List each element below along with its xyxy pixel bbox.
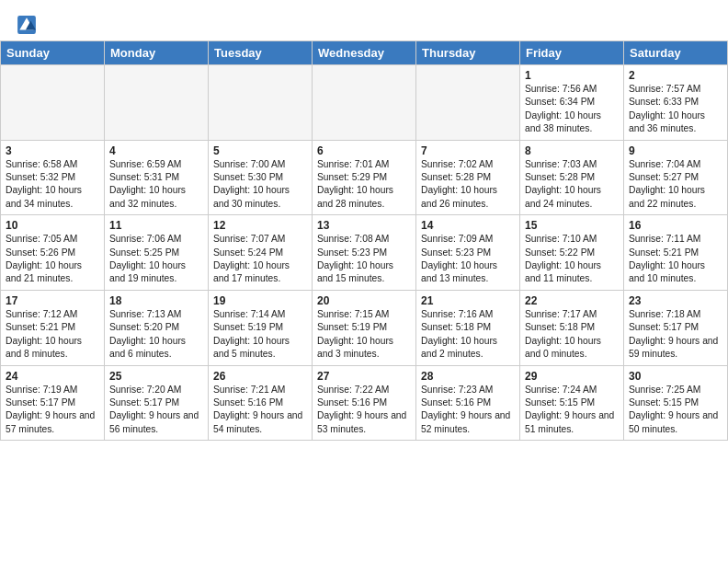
calendar-cell: 21Sunrise: 7:16 AM Sunset: 5:18 PM Dayli… (416, 290, 520, 365)
calendar-cell (416, 65, 520, 141)
weekday-header: Thursday (416, 41, 520, 65)
day-info: Sunrise: 7:15 AM Sunset: 5:19 PM Dayligh… (317, 308, 411, 362)
day-info: Sunrise: 7:16 AM Sunset: 5:18 PM Dayligh… (421, 308, 515, 362)
day-info: Sunrise: 7:57 AM Sunset: 6:33 PM Dayligh… (629, 83, 722, 136)
calendar-cell: 4Sunrise: 6:59 AM Sunset: 5:31 PM Daylig… (105, 140, 209, 215)
day-number: 10 (6, 219, 99, 232)
day-info: Sunrise: 7:10 AM Sunset: 5:22 PM Dayligh… (525, 233, 619, 286)
calendar-cell: 29Sunrise: 7:24 AM Sunset: 5:15 PM Dayli… (520, 365, 624, 441)
calendar-cell: 1Sunrise: 7:56 AM Sunset: 6:34 PM Daylig… (520, 65, 624, 141)
calendar-cell: 27Sunrise: 7:22 AM Sunset: 5:16 PM Dayli… (313, 365, 416, 441)
calendar-cell: 16Sunrise: 7:11 AM Sunset: 5:21 PM Dayli… (624, 215, 728, 291)
day-number: 13 (317, 219, 411, 232)
day-number: 16 (629, 219, 722, 232)
day-number: 22 (525, 294, 619, 307)
logo (17, 13, 40, 35)
day-info: Sunrise: 7:13 AM Sunset: 5:20 PM Dayligh… (109, 308, 203, 362)
day-info: Sunrise: 7:17 AM Sunset: 5:18 PM Dayligh… (525, 308, 619, 362)
calendar-cell: 24Sunrise: 7:19 AM Sunset: 5:17 PM Dayli… (1, 365, 105, 441)
day-number: 14 (421, 219, 515, 232)
day-number: 12 (213, 219, 307, 232)
day-number: 19 (213, 294, 307, 307)
calendar-cell: 28Sunrise: 7:23 AM Sunset: 5:16 PM Dayli… (416, 365, 520, 441)
week-row: 1Sunrise: 7:56 AM Sunset: 6:34 PM Daylig… (1, 65, 728, 141)
calendar-cell: 30Sunrise: 7:25 AM Sunset: 5:15 PM Dayli… (624, 365, 728, 441)
day-info: Sunrise: 7:56 AM Sunset: 6:34 PM Dayligh… (525, 83, 619, 136)
calendar-cell: 10Sunrise: 7:05 AM Sunset: 5:26 PM Dayli… (1, 215, 105, 291)
week-row: 10Sunrise: 7:05 AM Sunset: 5:26 PM Dayli… (1, 215, 728, 291)
calendar-cell: 9Sunrise: 7:04 AM Sunset: 5:27 PM Daylig… (624, 140, 728, 215)
calendar-cell (1, 65, 105, 141)
day-info: Sunrise: 7:00 AM Sunset: 5:30 PM Dayligh… (213, 158, 307, 212)
day-number: 29 (525, 370, 619, 383)
day-number: 24 (6, 370, 99, 383)
weekday-header: Saturday (624, 41, 728, 65)
week-row: 24Sunrise: 7:19 AM Sunset: 5:17 PM Dayli… (1, 365, 728, 441)
day-number: 20 (317, 294, 411, 307)
day-info: Sunrise: 7:11 AM Sunset: 5:21 PM Dayligh… (629, 233, 722, 286)
day-number: 8 (525, 144, 619, 157)
day-info: Sunrise: 7:09 AM Sunset: 5:23 PM Dayligh… (421, 233, 515, 286)
weekday-header: Tuesday (209, 41, 313, 65)
day-info: Sunrise: 7:18 AM Sunset: 5:17 PM Dayligh… (629, 308, 722, 362)
calendar-cell: 12Sunrise: 7:07 AM Sunset: 5:24 PM Dayli… (209, 215, 313, 291)
day-number: 23 (629, 294, 722, 307)
calendar-cell: 18Sunrise: 7:13 AM Sunset: 5:20 PM Dayli… (105, 290, 209, 365)
calendar-cell: 19Sunrise: 7:14 AM Sunset: 5:19 PM Dayli… (209, 290, 313, 365)
day-number: 7 (421, 144, 515, 157)
weekday-header: Monday (105, 41, 209, 65)
calendar-cell: 2Sunrise: 7:57 AM Sunset: 6:33 PM Daylig… (624, 65, 728, 141)
calendar-cell: 7Sunrise: 7:02 AM Sunset: 5:28 PM Daylig… (416, 140, 520, 215)
day-info: Sunrise: 7:04 AM Sunset: 5:27 PM Dayligh… (629, 158, 722, 212)
day-number: 1 (525, 69, 619, 82)
day-number: 17 (6, 294, 99, 307)
day-info: Sunrise: 7:25 AM Sunset: 5:15 PM Dayligh… (629, 384, 722, 437)
calendar-cell: 22Sunrise: 7:17 AM Sunset: 5:18 PM Dayli… (520, 290, 624, 365)
day-number: 3 (6, 144, 99, 157)
weekday-header-row: SundayMondayTuesdayWednesdayThursdayFrid… (1, 41, 728, 65)
calendar-cell: 26Sunrise: 7:21 AM Sunset: 5:16 PM Dayli… (209, 365, 313, 441)
calendar-cell: 20Sunrise: 7:15 AM Sunset: 5:19 PM Dayli… (313, 290, 416, 365)
calendar-cell (313, 65, 416, 141)
day-info: Sunrise: 7:24 AM Sunset: 5:15 PM Dayligh… (525, 384, 619, 437)
day-number: 26 (213, 370, 307, 383)
day-info: Sunrise: 7:19 AM Sunset: 5:17 PM Dayligh… (6, 384, 99, 437)
day-number: 18 (109, 294, 203, 307)
day-info: Sunrise: 7:21 AM Sunset: 5:16 PM Dayligh… (213, 384, 307, 437)
calendar-cell: 14Sunrise: 7:09 AM Sunset: 5:23 PM Dayli… (416, 215, 520, 291)
calendar-cell: 11Sunrise: 7:06 AM Sunset: 5:25 PM Dayli… (105, 215, 209, 291)
calendar-cell: 15Sunrise: 7:10 AM Sunset: 5:22 PM Dayli… (520, 215, 624, 291)
day-info: Sunrise: 7:01 AM Sunset: 5:29 PM Dayligh… (317, 158, 411, 212)
day-number: 11 (109, 219, 203, 232)
day-info: Sunrise: 7:06 AM Sunset: 5:25 PM Dayligh… (109, 233, 203, 286)
day-number: 6 (317, 144, 411, 157)
calendar-table: SundayMondayTuesdayWednesdayThursdayFrid… (0, 40, 728, 441)
weekday-header: Sunday (1, 41, 105, 65)
day-number: 9 (629, 144, 722, 157)
day-info: Sunrise: 7:12 AM Sunset: 5:21 PM Dayligh… (6, 308, 99, 362)
day-info: Sunrise: 7:20 AM Sunset: 5:17 PM Dayligh… (109, 384, 203, 437)
week-row: 17Sunrise: 7:12 AM Sunset: 5:21 PM Dayli… (1, 290, 728, 365)
page-header (0, 0, 728, 40)
week-row: 3Sunrise: 6:58 AM Sunset: 5:32 PM Daylig… (1, 140, 728, 215)
day-info: Sunrise: 6:59 AM Sunset: 5:31 PM Dayligh… (109, 158, 203, 212)
day-info: Sunrise: 7:02 AM Sunset: 5:28 PM Dayligh… (421, 158, 515, 212)
logo-icon (17, 15, 37, 35)
day-number: 15 (525, 219, 619, 232)
day-number: 4 (109, 144, 203, 157)
day-info: Sunrise: 7:14 AM Sunset: 5:19 PM Dayligh… (213, 308, 307, 362)
day-number: 21 (421, 294, 515, 307)
calendar-cell: 13Sunrise: 7:08 AM Sunset: 5:23 PM Dayli… (313, 215, 416, 291)
weekday-header: Friday (520, 41, 624, 65)
day-number: 28 (421, 370, 515, 383)
calendar-cell: 25Sunrise: 7:20 AM Sunset: 5:17 PM Dayli… (105, 365, 209, 441)
calendar-cell: 23Sunrise: 7:18 AM Sunset: 5:17 PM Dayli… (624, 290, 728, 365)
weekday-header: Wednesday (313, 41, 416, 65)
day-info: Sunrise: 7:22 AM Sunset: 5:16 PM Dayligh… (317, 384, 411, 437)
day-info: Sunrise: 7:03 AM Sunset: 5:28 PM Dayligh… (525, 158, 619, 212)
day-info: Sunrise: 7:08 AM Sunset: 5:23 PM Dayligh… (317, 233, 411, 286)
day-number: 5 (213, 144, 307, 157)
day-number: 30 (629, 370, 722, 383)
calendar-cell: 3Sunrise: 6:58 AM Sunset: 5:32 PM Daylig… (1, 140, 105, 215)
calendar-cell: 8Sunrise: 7:03 AM Sunset: 5:28 PM Daylig… (520, 140, 624, 215)
